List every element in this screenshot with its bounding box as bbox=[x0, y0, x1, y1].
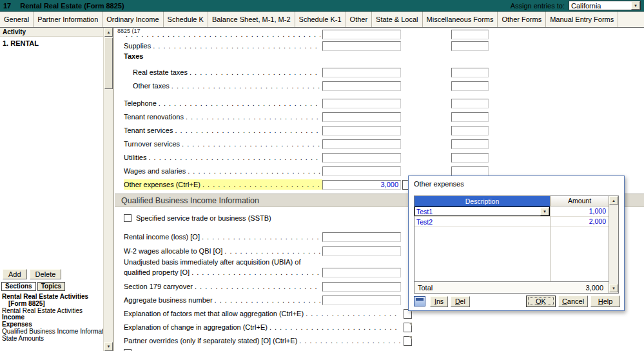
dotted-leader bbox=[202, 181, 320, 188]
field-label: Partner overrides (only if separately st… bbox=[124, 337, 297, 345]
tab-schedule-k[interactable]: Schedule K bbox=[164, 12, 208, 27]
activity-item-rental[interactable]: 1. RENTAL bbox=[3, 39, 39, 47]
delete-row-button[interactable]: Del bbox=[451, 296, 470, 307]
scroll-up-icon[interactable] bbox=[104, 28, 113, 37]
form-row-rental-income: Rental income (loss) [O] bbox=[124, 232, 401, 242]
sstb-checkbox[interactable] bbox=[124, 214, 132, 222]
column-header-amount[interactable]: Amount bbox=[550, 196, 609, 206]
assign-entries-dropdown[interactable]: California bbox=[569, 1, 641, 10]
tab-topics[interactable]: Topics bbox=[37, 282, 65, 291]
turnover-services-col2-input[interactable] bbox=[451, 139, 489, 149]
partial-row-col2-input[interactable] bbox=[451, 30, 489, 39]
tenant-renovations-input[interactable] bbox=[322, 112, 401, 122]
tab-manual-entry-forms[interactable]: Manual Entry Forms bbox=[546, 12, 618, 27]
combo-down-icon[interactable] bbox=[540, 208, 549, 216]
tab-state-local[interactable]: State & Local bbox=[372, 12, 422, 27]
form-row-real-estate-taxes: Real estate taxes bbox=[133, 67, 489, 77]
nav-state-amounts[interactable]: State Amounts bbox=[2, 336, 103, 343]
amount-cell[interactable]: 1,000 bbox=[550, 206, 609, 216]
tax-software-window: 17 Rental Real Estate (Form 8825) Assign… bbox=[0, 0, 644, 351]
aggregate-business-number-input[interactable] bbox=[322, 296, 401, 305]
page-title: Rental Real Estate (Form 8825) bbox=[20, 2, 124, 10]
tenant-renovations-col2-input[interactable] bbox=[451, 112, 489, 122]
dotted-leader bbox=[159, 99, 320, 107]
grid-total-row: Total 3,000 bbox=[415, 281, 609, 293]
tab-sections[interactable]: Sections bbox=[1, 282, 36, 291]
tab-other-forms[interactable]: Other Forms bbox=[498, 12, 546, 27]
other-expenses-input[interactable]: 3,000 bbox=[322, 180, 401, 190]
tab-balance-sheet-m1-m2[interactable]: Balance Sheet, M-1, M-2 bbox=[208, 12, 295, 27]
utilities-col2-input[interactable] bbox=[451, 153, 489, 163]
rental-income-input[interactable] bbox=[322, 232, 401, 242]
tab-miscellaneous-forms[interactable]: Miscellaneous Forms bbox=[423, 12, 498, 27]
scroll-down-icon[interactable] bbox=[609, 284, 618, 292]
insert-row-button[interactable]: Ins bbox=[430, 296, 448, 307]
scroll-up-icon[interactable] bbox=[609, 196, 618, 205]
grid-row[interactable]: Test1 1,000 bbox=[415, 206, 609, 217]
w2-wages-input[interactable] bbox=[322, 246, 401, 256]
tab-ordinary-income[interactable]: Ordinary Income bbox=[102, 12, 163, 27]
utilities-input[interactable] bbox=[322, 153, 401, 163]
ubia-input[interactable] bbox=[322, 268, 401, 277]
tab-other[interactable]: Other bbox=[346, 12, 373, 27]
other-taxes-input[interactable] bbox=[322, 81, 401, 91]
ok-button[interactable]: OK bbox=[526, 296, 556, 307]
screen-number: 17 bbox=[3, 2, 11, 10]
dotted-leader bbox=[306, 310, 400, 317]
wages-salaries-col2-input[interactable] bbox=[451, 166, 489, 176]
partial-row-input[interactable] bbox=[322, 30, 401, 39]
taxes-subheader: Taxes bbox=[124, 52, 143, 60]
delete-activity-button[interactable]: Delete bbox=[30, 269, 62, 279]
dotted-leader bbox=[175, 126, 320, 134]
nav-form-8825[interactable]: [Form 8825] bbox=[2, 301, 103, 308]
turnover-services-input[interactable] bbox=[322, 139, 401, 149]
telephone-input[interactable] bbox=[322, 99, 401, 108]
dotted-leader bbox=[269, 323, 400, 331]
real-estate-taxes-col2-input[interactable] bbox=[451, 68, 489, 77]
calculator-icon[interactable] bbox=[414, 296, 425, 306]
help-button[interactable]: Help bbox=[590, 296, 620, 307]
tab-partner-information[interactable]: Partner Information bbox=[34, 12, 102, 27]
column-header-description[interactable]: Description bbox=[415, 196, 550, 206]
supporting-detail-icon[interactable] bbox=[404, 336, 412, 346]
scroll-down-icon[interactable] bbox=[104, 342, 113, 351]
telephone-col2-input[interactable] bbox=[451, 99, 489, 108]
form-row-telephone: Telephone bbox=[124, 98, 489, 108]
assign-entries-label: Assign entries to: bbox=[511, 2, 565, 10]
cancel-button[interactable]: Cancel bbox=[558, 296, 588, 307]
tab-schedule-k1[interactable]: Schedule K-1 bbox=[295, 12, 346, 27]
description-value: Test2 bbox=[416, 218, 433, 226]
supplies-col2-input[interactable] bbox=[451, 41, 489, 51]
tenant-services-col2-input[interactable] bbox=[451, 126, 489, 135]
dotted-leader bbox=[182, 140, 320, 148]
other-taxes-col2-input[interactable] bbox=[451, 81, 489, 91]
field-label: Aggregate business number bbox=[124, 296, 213, 304]
total-value: 3,000 bbox=[585, 284, 605, 292]
sections-nav: Rental Real Estate Activities [Form 8825… bbox=[2, 294, 103, 343]
real-estate-taxes-input[interactable] bbox=[322, 68, 401, 77]
description-cell[interactable]: Test2 bbox=[415, 217, 550, 226]
grid-scrollbar[interactable] bbox=[609, 196, 618, 293]
description-value: Test1 bbox=[416, 208, 433, 216]
wages-salaries-input[interactable] bbox=[322, 166, 401, 176]
description-cell[interactable]: Test1 bbox=[415, 206, 550, 216]
field-label: Section 179 carryover bbox=[124, 283, 193, 290]
chevron-down-icon[interactable] bbox=[631, 1, 640, 10]
form-row-partial bbox=[124, 29, 489, 39]
supporting-detail-icon[interactable] bbox=[404, 323, 412, 332]
tab-general[interactable]: General bbox=[0, 12, 34, 27]
grid-row[interactable]: Test2 2,000 bbox=[415, 217, 609, 227]
supplies-input[interactable] bbox=[322, 41, 401, 51]
dotted-leader bbox=[299, 337, 400, 345]
field-label: Wages and salaries bbox=[124, 167, 186, 175]
section-179-carryover-input[interactable] bbox=[322, 282, 401, 292]
field-label: Specified service trade or business (SST… bbox=[136, 214, 271, 222]
tenant-services-input[interactable] bbox=[322, 126, 401, 135]
field-label: Other taxes bbox=[133, 82, 170, 90]
form-scrollbar[interactable] bbox=[103, 28, 114, 351]
activity-buttons: Add Delete bbox=[3, 269, 61, 279]
total-label: Total bbox=[418, 284, 433, 292]
add-activity-button[interactable]: Add bbox=[3, 269, 27, 279]
amount-cell[interactable]: 2,000 bbox=[550, 217, 609, 226]
scrollbar-thumb[interactable] bbox=[104, 37, 113, 89]
